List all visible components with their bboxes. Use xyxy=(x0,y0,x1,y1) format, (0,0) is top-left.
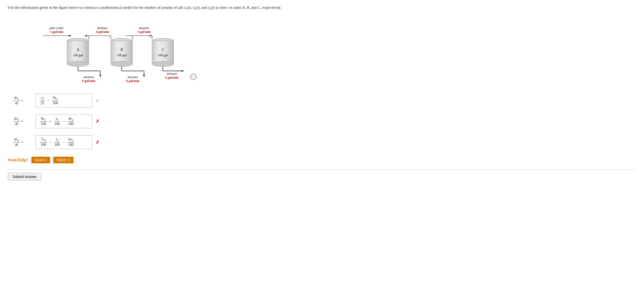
read-it-button[interactable]: Read It xyxy=(31,157,50,163)
svg-rect-18 xyxy=(111,41,132,64)
svg-text:C: C xyxy=(162,48,164,52)
eq1-term2: 9x1 100 xyxy=(52,96,59,106)
svg-text:mixture: mixture xyxy=(139,26,149,30)
svg-rect-13 xyxy=(67,41,89,64)
equation-2-box[interactable]: 9x1 100 + x3 100 − 4x2 100 xyxy=(35,115,92,128)
need-help-section: Need Help? Read It Watch It xyxy=(8,157,636,163)
svg-marker-11 xyxy=(149,35,151,37)
svg-text:A: A xyxy=(77,48,79,52)
submit-row: Submit Answer xyxy=(8,170,636,181)
svg-text:100 gal: 100 gal xyxy=(117,53,127,57)
equation-2-row: dx2 dt = 9x1 100 + x3 100 − 4x2 100 ✗ xyxy=(13,115,636,128)
eq3-xmark: ✗ xyxy=(96,139,100,145)
svg-text:B: B xyxy=(121,48,123,52)
svg-rect-23 xyxy=(152,41,174,64)
svg-text:4 gal/min: 4 gal/min xyxy=(96,30,109,34)
svg-marker-36 xyxy=(143,75,145,77)
svg-point-19 xyxy=(111,61,132,67)
figure-area: pure water 5 gal/min mixture 4 gal/min m… xyxy=(28,16,636,88)
eq2-xmark: ✗ xyxy=(96,118,100,124)
need-help-label: Need Help? xyxy=(8,158,28,162)
svg-marker-30 xyxy=(99,75,101,77)
watch-it-button[interactable]: Watch It xyxy=(53,157,74,163)
svg-text:pure water: pure water xyxy=(49,26,64,30)
lhs-fraction-1: dx1 dt xyxy=(13,96,20,106)
eq3-term2: x3 100 xyxy=(53,137,60,147)
eq2-term1: 9x1 100 xyxy=(40,116,47,126)
svg-point-14 xyxy=(67,61,89,67)
equation-1-row: dx1 dt = x2 25 − 9x1 100 ✓ xyxy=(13,94,636,107)
svg-marker-41 xyxy=(182,70,184,72)
lhs-fraction-2: dx2 dt xyxy=(13,116,20,126)
svg-text:9 gal/min: 9 gal/min xyxy=(82,79,95,83)
eq3-term3: 6x3 100 xyxy=(67,137,74,147)
equations-area: dx1 dt = x2 25 − 9x1 100 ✓ dx2 dt = xyxy=(13,94,636,149)
equation-3-row: dx3 dt = 7x2 100 − x3 100 − 6x3 100 ✗ xyxy=(13,135,636,149)
svg-text:i: i xyxy=(193,75,194,79)
equation-3-box[interactable]: 7x2 100 − x3 100 − 6x3 100 xyxy=(35,135,92,149)
question-text: Use the information given in the figure … xyxy=(8,5,636,11)
eq2-term3: 4x2 100 xyxy=(67,116,74,126)
svg-text:5 gal/min: 5 gal/min xyxy=(165,76,178,79)
svg-point-24 xyxy=(152,61,174,67)
lhs-fraction-3: dx3 dt xyxy=(13,137,20,147)
equation-1-box[interactable]: x2 25 − 9x1 100 xyxy=(35,94,92,107)
submit-answer-button[interactable]: Submit Answer xyxy=(8,173,41,181)
svg-text:6 gal/min: 6 gal/min xyxy=(126,79,139,83)
eq2-term2: x3 100 xyxy=(53,116,60,126)
svg-text:mixture: mixture xyxy=(84,75,94,79)
svg-text:100 gal: 100 gal xyxy=(73,53,83,57)
svg-text:1 gal/min: 1 gal/min xyxy=(137,30,151,34)
svg-text:100 gal: 100 gal xyxy=(158,53,168,57)
svg-text:mixture: mixture xyxy=(97,26,108,30)
eq1-term1: x2 25 xyxy=(40,96,45,106)
svg-text:mixture: mixture xyxy=(167,72,177,76)
eq1-check: ✓ xyxy=(96,98,100,103)
svg-marker-9 xyxy=(84,35,87,37)
tank-diagram: pure water 5 gal/min mixture 4 gal/min m… xyxy=(28,16,198,88)
svg-marker-7 xyxy=(69,35,71,37)
svg-text:5 gal/min: 5 gal/min xyxy=(50,30,63,34)
svg-text:mixture: mixture xyxy=(128,75,138,79)
eq3-term1: 7x2 100 xyxy=(40,137,47,147)
